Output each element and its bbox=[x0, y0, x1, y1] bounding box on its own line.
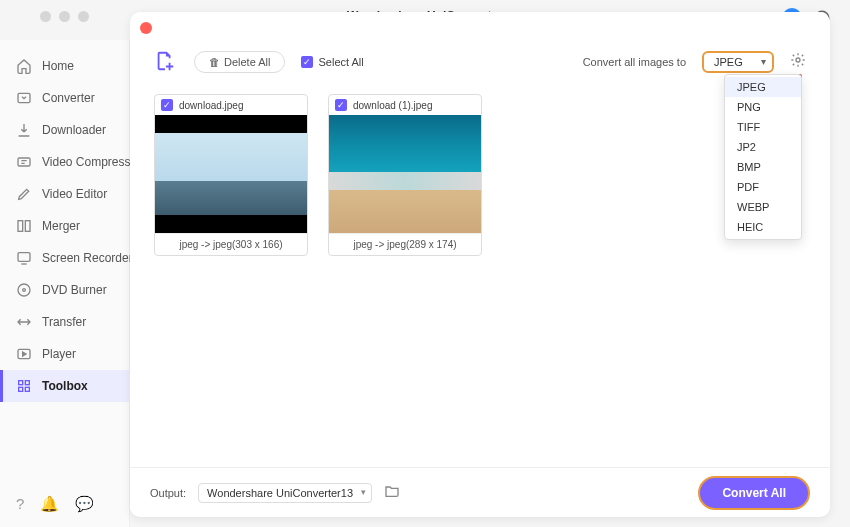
editor-icon bbox=[16, 186, 32, 202]
sidebar-item-label: Converter bbox=[42, 91, 95, 105]
output-path-value: Wondershare UniConverter13 bbox=[207, 487, 353, 499]
converter-icon bbox=[16, 90, 32, 106]
downloader-icon bbox=[16, 122, 32, 138]
sidebar-item-dvd[interactable]: DVD Burner bbox=[0, 274, 129, 306]
sidebar-item-label: Screen Recorder bbox=[42, 251, 133, 265]
output-label: Output: bbox=[150, 487, 186, 499]
format-option-pdf[interactable]: PDF bbox=[725, 177, 801, 197]
main-panel: 🗑 Delete All ✓ Select All Convert all im… bbox=[130, 12, 830, 517]
thumb-filename: download.jpeg bbox=[179, 100, 244, 111]
bottom-icons: ? 🔔 💬 bbox=[16, 495, 94, 513]
thumb-info: jpeg -> jpeg(289 x 174) bbox=[329, 233, 481, 255]
svg-rect-11 bbox=[19, 387, 23, 391]
sidebar-item-player[interactable]: Player bbox=[0, 338, 129, 370]
thumbnail[interactable]: ✓download (1).jpegjpeg -> jpeg(289 x 174… bbox=[328, 94, 482, 256]
format-option-webp[interactable]: WEBP bbox=[725, 197, 801, 217]
sidebar-item-label: DVD Burner bbox=[42, 283, 107, 297]
sidebar-item-screen[interactable]: Screen Recorder bbox=[0, 242, 129, 274]
sidebar-item-label: Downloader bbox=[42, 123, 106, 137]
thumb-header: ✓download (1).jpeg bbox=[329, 95, 481, 115]
select-all-checkbox[interactable]: ✓ Select All bbox=[301, 56, 363, 68]
transfer-icon bbox=[16, 314, 32, 330]
convert-to-label: Convert all images to bbox=[583, 56, 686, 68]
sidebar-item-toolbox[interactable]: Toolbox bbox=[0, 370, 129, 402]
feedback-icon[interactable]: 💬 bbox=[75, 495, 94, 513]
format-dropdown: JPEGPNGTIFFJP2BMPPDFWEBPHEIC bbox=[724, 74, 802, 240]
trash-icon: 🗑 bbox=[209, 56, 220, 68]
format-option-jp2[interactable]: JP2 bbox=[725, 137, 801, 157]
toolbox-icon bbox=[16, 378, 32, 394]
output-bar: Output: Wondershare UniConverter13 Conve… bbox=[130, 467, 830, 517]
gear-icon[interactable] bbox=[790, 52, 806, 72]
svg-point-13 bbox=[796, 58, 800, 62]
sidebar-item-label: Merger bbox=[42, 219, 80, 233]
sidebar-item-label: Video Editor bbox=[42, 187, 107, 201]
sidebar-item-label: Toolbox bbox=[42, 379, 88, 393]
panel-close-icon[interactable] bbox=[140, 22, 152, 34]
svg-point-7 bbox=[23, 289, 26, 292]
sidebar-item-home[interactable]: Home bbox=[0, 50, 129, 82]
format-option-heic[interactable]: HEIC bbox=[725, 217, 801, 237]
add-file-button[interactable] bbox=[154, 50, 178, 74]
thumb-image bbox=[155, 115, 307, 233]
format-option-bmp[interactable]: BMP bbox=[725, 157, 801, 177]
svg-rect-3 bbox=[18, 221, 23, 232]
svg-rect-5 bbox=[18, 253, 30, 262]
sidebar-item-merger[interactable]: Merger bbox=[0, 210, 129, 242]
format-selected-value: JPEG bbox=[714, 56, 743, 68]
sidebar-item-compress[interactable]: Video Compress bbox=[0, 146, 129, 178]
format-option-jpeg[interactable]: JPEG bbox=[725, 77, 801, 97]
screen-icon bbox=[16, 250, 32, 266]
delete-all-button[interactable]: 🗑 Delete All bbox=[194, 51, 285, 73]
sidebar-item-converter[interactable]: Converter bbox=[0, 82, 129, 114]
format-option-png[interactable]: PNG bbox=[725, 97, 801, 117]
sidebar-item-label: Transfer bbox=[42, 315, 86, 329]
dvd-icon bbox=[16, 282, 32, 298]
player-icon bbox=[16, 346, 32, 362]
check-icon: ✓ bbox=[301, 56, 313, 68]
bell-icon[interactable]: 🔔 bbox=[40, 495, 59, 513]
sidebar-item-label: Player bbox=[42, 347, 76, 361]
svg-rect-9 bbox=[19, 381, 23, 385]
thumb-info: jpeg -> jpeg(303 x 166) bbox=[155, 233, 307, 255]
format-option-tiff[interactable]: TIFF bbox=[725, 117, 801, 137]
check-icon[interactable]: ✓ bbox=[335, 99, 347, 111]
sidebar-item-label: Video Compress bbox=[42, 155, 131, 169]
sidebar-item-editor[interactable]: Video Editor bbox=[0, 178, 129, 210]
thumbnail[interactable]: ✓download.jpegjpeg -> jpeg(303 x 166) bbox=[154, 94, 308, 256]
format-select[interactable]: JPEG bbox=[702, 51, 774, 73]
sidebar-item-label: Home bbox=[42, 59, 74, 73]
thumb-image bbox=[329, 115, 481, 233]
sidebar-item-downloader[interactable]: Downloader bbox=[0, 114, 129, 146]
svg-point-6 bbox=[18, 284, 30, 296]
sidebar: HomeConverterDownloaderVideo CompressVid… bbox=[0, 40, 130, 527]
svg-rect-2 bbox=[18, 158, 30, 166]
compress-icon bbox=[16, 154, 32, 170]
output-path-select[interactable]: Wondershare UniConverter13 bbox=[198, 483, 372, 503]
select-all-label: Select All bbox=[318, 56, 363, 68]
check-icon[interactable]: ✓ bbox=[161, 99, 173, 111]
merger-icon bbox=[16, 218, 32, 234]
svg-rect-10 bbox=[25, 381, 29, 385]
help-icon[interactable]: ? bbox=[16, 495, 24, 513]
sidebar-item-transfer[interactable]: Transfer bbox=[0, 306, 129, 338]
thumb-filename: download (1).jpeg bbox=[353, 100, 433, 111]
thumb-header: ✓download.jpeg bbox=[155, 95, 307, 115]
convert-all-button[interactable]: Convert All bbox=[698, 476, 810, 510]
folder-icon[interactable] bbox=[384, 483, 400, 503]
delete-all-label: Delete All bbox=[224, 56, 270, 68]
svg-rect-4 bbox=[25, 221, 30, 232]
home-icon bbox=[16, 58, 32, 74]
svg-rect-12 bbox=[25, 387, 29, 391]
